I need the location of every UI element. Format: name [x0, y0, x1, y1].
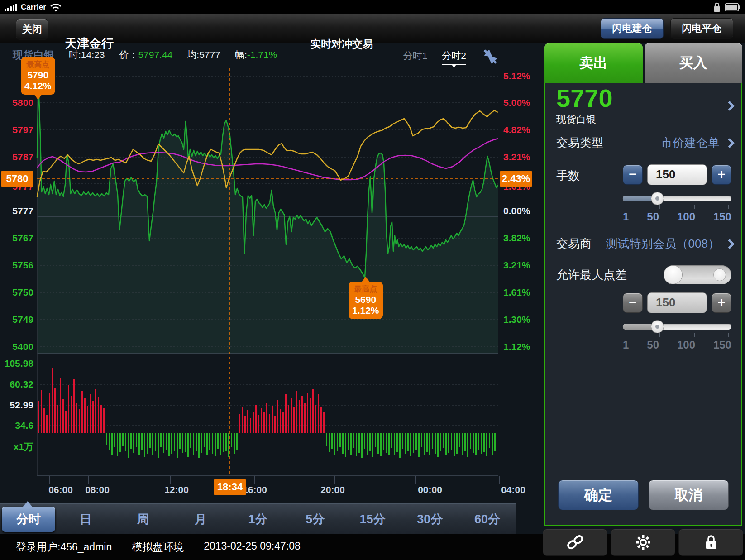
flash-close-button[interactable]: 闪电平仓	[670, 18, 733, 39]
volume-bar	[68, 385, 69, 433]
period-tab-月[interactable]: 月	[172, 511, 229, 527]
volume-bar	[358, 433, 360, 453]
volume-bar	[62, 399, 64, 433]
volume-bar	[90, 394, 91, 433]
volume-bar	[448, 433, 449, 453]
axis-label: 52.99	[10, 400, 33, 410]
volume-bar	[182, 433, 183, 453]
volume-bar	[60, 378, 61, 433]
lots-minus-button[interactable]: −	[623, 165, 643, 185]
volume-bar	[209, 433, 210, 450]
volume-bar	[337, 433, 338, 451]
price-chart[interactable]: 5958005797578757775777576757565750574954…	[0, 43, 544, 496]
volume-bar	[342, 433, 344, 454]
volume-bar	[481, 433, 482, 454]
period-tab-1分[interactable]: 1分	[229, 511, 287, 527]
app-screen: Carrier 关闭 天津金行 实时对冲交易 闪电建仓 闪电平仓 现货白银	[0, 0, 745, 560]
period-tab-15分[interactable]: 15分	[344, 511, 401, 527]
chevron-right-icon	[725, 101, 735, 111]
lots-slider-thumb[interactable]	[651, 192, 664, 205]
volume-bar	[138, 433, 140, 455]
volume-bar	[255, 405, 257, 433]
volume-bar	[293, 407, 295, 433]
volume-bar	[315, 405, 316, 433]
buy-tab[interactable]: 买入	[645, 43, 743, 83]
volume-bar	[348, 433, 349, 450]
period-tab-日[interactable]: 日	[57, 511, 115, 527]
max-spread-toggle[interactable]	[664, 265, 731, 284]
volume-bar	[185, 433, 186, 452]
volume-bar	[231, 433, 232, 447]
axis-label: 4.82%	[503, 124, 530, 135]
settings-button[interactable]	[611, 529, 675, 556]
volume-bar	[65, 411, 67, 433]
broker-row[interactable]: 交易商 测试特别会员（008）	[545, 230, 741, 258]
volume-bar	[266, 403, 267, 433]
volume-bar	[334, 433, 335, 455]
axis-label: 34.6	[15, 420, 33, 431]
volume-bar	[426, 433, 428, 452]
volume-bar	[247, 410, 248, 433]
volume-bar	[307, 393, 308, 433]
trade-type-row[interactable]: 交易类型 市价建仓单	[545, 129, 741, 157]
spread-slider-ticks: 150 100150	[623, 339, 731, 351]
volume-bar	[133, 433, 134, 453]
volume-bar	[217, 433, 219, 449]
volume-bar	[394, 433, 395, 455]
spread-plus-button[interactable]: +	[712, 293, 731, 313]
period-tab-30分[interactable]: 30分	[401, 511, 459, 527]
volume-bar	[320, 407, 322, 433]
volume-bar	[285, 394, 287, 433]
spread-slider[interactable]	[623, 320, 731, 333]
period-tab-60分[interactable]: 60分	[458, 511, 516, 527]
lock-button[interactable]	[678, 529, 743, 556]
axis-label: 5400	[12, 341, 33, 352]
volume-bar	[225, 433, 227, 451]
spread-minus-button[interactable]: −	[623, 293, 643, 313]
volume-bar	[459, 433, 460, 447]
link-button[interactable]	[543, 529, 607, 556]
volume-bar	[356, 433, 357, 456]
lots-input[interactable]: 150	[647, 164, 707, 185]
volume-bar	[432, 433, 433, 449]
lots-slider[interactable]	[623, 191, 731, 205]
flash-open-button[interactable]: 闪电建仓	[601, 18, 664, 39]
volume-bar	[288, 405, 289, 433]
volume-bar	[158, 433, 159, 458]
battery-icon	[725, 3, 740, 11]
volume-bar	[372, 433, 373, 457]
volume-bar	[92, 401, 94, 433]
ma2-line	[37, 110, 498, 197]
volume-bar	[456, 433, 458, 454]
volume-bar	[413, 433, 414, 453]
quote-row[interactable]: 5770 现货白银	[545, 83, 741, 129]
axis-label: 5750	[12, 287, 33, 297]
period-tab-周[interactable]: 周	[115, 511, 172, 527]
axis-label: 00:00	[418, 484, 442, 495]
volume-bar	[177, 433, 178, 458]
volume-bar	[106, 433, 107, 445]
lots-plus-button[interactable]: +	[712, 165, 731, 185]
volume-bar	[451, 433, 452, 450]
chevron-right-icon	[725, 138, 735, 148]
volume-bar	[244, 416, 246, 433]
chevron-right-icon	[725, 239, 735, 249]
close-button[interactable]: 关闭	[16, 19, 48, 40]
volume-bar	[405, 433, 406, 454]
cancel-button[interactable]: 取消	[649, 480, 729, 510]
volume-bar	[114, 433, 115, 447]
volume-bar	[483, 433, 485, 452]
period-tab-5分[interactable]: 5分	[287, 511, 344, 527]
volume-bar	[98, 397, 99, 433]
volume-bar	[81, 391, 83, 433]
axis-label: 5756	[12, 260, 33, 270]
axis-label: 1.30%	[503, 314, 530, 325]
axis-label: 5749	[12, 314, 33, 325]
period-tab-分时[interactable]: 分时	[2, 507, 55, 532]
volume-bar	[49, 393, 50, 433]
spread-input[interactable]: 150	[647, 292, 707, 313]
spread-slider-thumb[interactable]	[651, 320, 664, 333]
confirm-button[interactable]: 确定	[558, 480, 639, 510]
volume-bar	[462, 433, 463, 455]
sell-tab[interactable]: 卖出	[544, 43, 643, 83]
